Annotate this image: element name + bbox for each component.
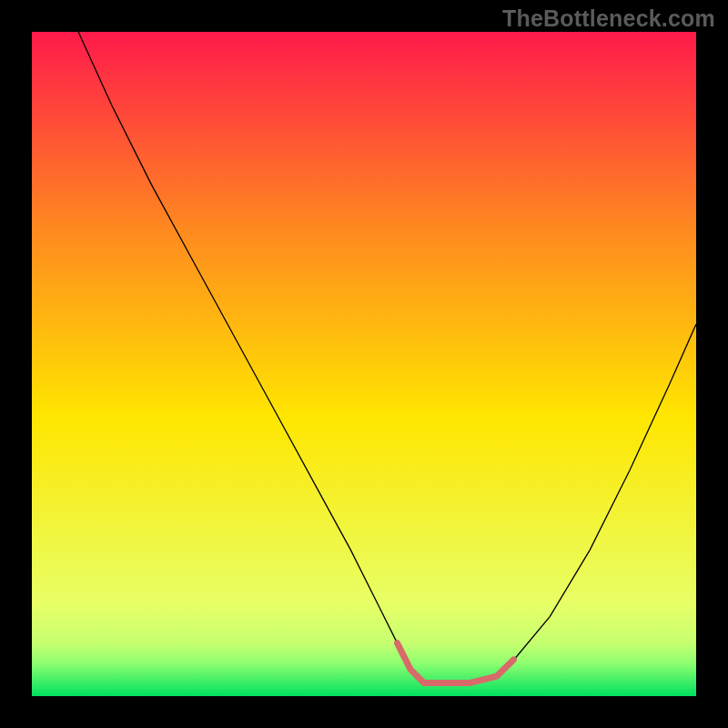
plot-area — [32, 32, 696, 696]
chart-frame: TheBottleneck.com — [0, 0, 728, 728]
watermark-label: TheBottleneck.com — [502, 5, 715, 32]
chart-canvas — [32, 32, 696, 696]
gradient-background — [32, 32, 696, 696]
